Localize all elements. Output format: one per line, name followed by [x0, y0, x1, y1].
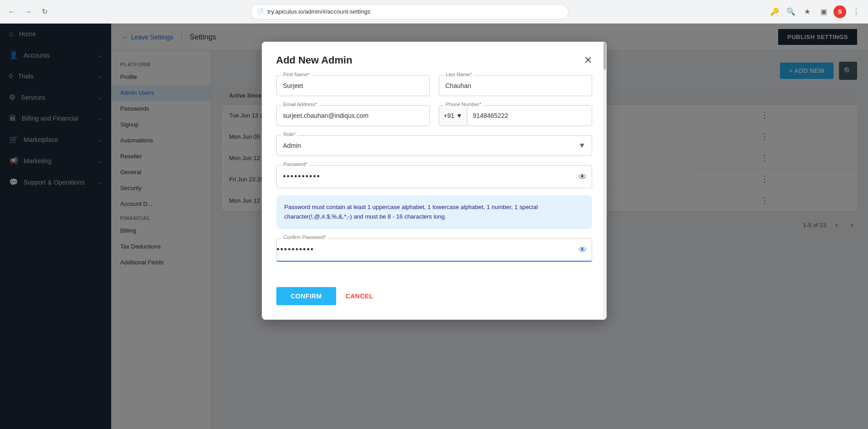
browser-chrome: ← → ↻ 📄 try.apiculus.io/admin/#/account-…: [0, 0, 868, 24]
eye-icon: 👁: [579, 172, 587, 181]
password-wrapper: 👁: [276, 165, 592, 188]
modal-header: Add New Admin ✕: [262, 42, 607, 75]
password-icon[interactable]: 🔑: [768, 5, 781, 18]
confirm-password-input[interactable]: [276, 238, 592, 262]
cancel-button[interactable]: CANCEL: [345, 292, 373, 300]
confirm-password-toggle-button[interactable]: 👁: [579, 245, 587, 254]
country-code-chevron: ▼: [456, 112, 462, 119]
modal-footer: CONFIRM CANCEL: [262, 287, 607, 320]
back-button[interactable]: ←: [5, 5, 18, 18]
first-name-input[interactable]: [276, 75, 430, 96]
zoom-icon[interactable]: 🔍: [785, 5, 797, 18]
scrollbar-thumb: [603, 43, 606, 70]
role-label: Role*: [282, 132, 298, 137]
browser-actions: 🔑 🔍 ★ ▣ S ⋮: [768, 5, 863, 18]
email-input[interactable]: [276, 105, 430, 126]
reload-button[interactable]: ↻: [38, 5, 51, 18]
confirm-button[interactable]: CONFIRM: [276, 287, 337, 305]
site-icon: 📄: [257, 8, 264, 15]
modal-title: Add New Admin: [276, 54, 353, 66]
forward-button[interactable]: →: [22, 5, 34, 18]
role-select-wrapper: Admin Manager Viewer ▼: [276, 135, 592, 156]
password-hint-box: Password must contain at least 1 upperca…: [276, 195, 592, 229]
password-label: Password*: [282, 161, 309, 167]
user-avatar: S: [834, 5, 846, 18]
password-hint-text: Password must contain at least 1 upperca…: [284, 204, 538, 220]
bookmark-icon[interactable]: ★: [801, 5, 814, 18]
last-name-input[interactable]: [439, 75, 592, 96]
name-row: First Name* Last Name*: [276, 75, 592, 96]
extension-icon[interactable]: ▣: [817, 5, 830, 18]
phone-input-wrapper: +91 ▼: [439, 105, 592, 126]
role-select[interactable]: Admin Manager Viewer: [276, 135, 592, 156]
url-text: try.apiculus.io/admin/#/account-settings: [268, 8, 371, 15]
phone-label: Phone Number*: [444, 102, 483, 107]
password-input[interactable]: [276, 165, 592, 188]
email-field: Email Address*: [276, 105, 430, 126]
menu-icon[interactable]: ⋮: [850, 5, 863, 18]
modal-overlay: Add New Admin ✕ First Name* Last Name* E…: [0, 24, 868, 429]
confirm-password-label: Confirm Password*: [282, 234, 328, 240]
first-name-field: First Name*: [276, 75, 430, 96]
email-label: Email Address*: [282, 102, 319, 107]
phone-number-input[interactable]: [467, 106, 591, 126]
country-code-selector[interactable]: +91 ▼: [439, 106, 468, 126]
confirm-eye-icon: 👁: [579, 245, 587, 254]
modal-body: First Name* Last Name* Email Address* Ph…: [262, 75, 607, 287]
first-name-label: First Name*: [282, 72, 312, 77]
phone-field: Phone Number* +91 ▼: [439, 105, 592, 126]
confirm-password-wrapper: Confirm Password* 👁: [276, 238, 592, 262]
password-toggle-button[interactable]: 👁: [579, 172, 587, 181]
modal-scrollbar: [603, 42, 607, 320]
address-bar[interactable]: 📄 try.apiculus.io/admin/#/account-settin…: [251, 4, 569, 20]
add-new-admin-modal: Add New Admin ✕ First Name* Last Name* E…: [262, 42, 607, 320]
last-name-label: Last Name*: [444, 72, 474, 77]
role-field: Role* Admin Manager Viewer ▼: [276, 135, 592, 156]
modal-close-button[interactable]: ✕: [584, 55, 592, 65]
contact-row: Email Address* Phone Number* +91 ▼: [276, 105, 592, 126]
country-code-text: +91: [444, 112, 455, 119]
last-name-field: Last Name*: [439, 75, 592, 96]
